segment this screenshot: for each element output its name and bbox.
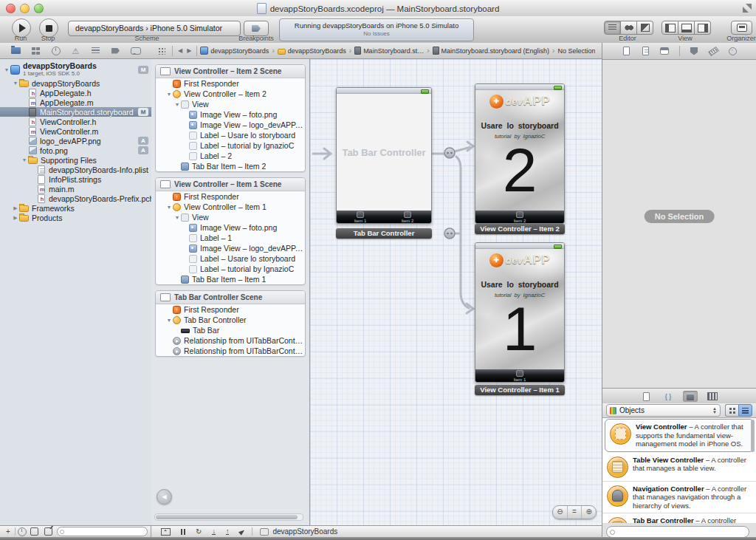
code-snippet-library-icon[interactable]: { } <box>661 391 676 402</box>
file-row[interactable]: AppDelegate.h <box>0 88 151 98</box>
pause-button[interactable] <box>181 529 185 535</box>
breadcrumb-item[interactable]: MainStoryboard.st… <box>354 47 424 55</box>
step-out-button[interactable]: ↑ <box>226 528 230 535</box>
library-item-table-view-controller[interactable]: Table View Controller – A controller tha… <box>602 453 756 482</box>
scm-status-icon[interactable] <box>30 527 38 536</box>
disclosure-triangle[interactable]: ▼ <box>165 92 173 97</box>
view-controller-item-1-caption[interactable]: View Controller – Item 1 <box>475 385 565 395</box>
object-library-icon[interactable] <box>683 391 698 402</box>
step-into-button[interactable]: ↓ <box>212 528 216 535</box>
file-row[interactable]: ▶Products <box>0 213 151 222</box>
document-proxy-icon[interactable] <box>257 3 267 14</box>
connections-inspector-icon[interactable] <box>728 47 738 56</box>
storyboard-canvas[interactable]: Tab Bar Controller Item 1 Item 2 Tab Bar… <box>310 59 602 525</box>
navigator-filter-field[interactable] <box>57 527 148 536</box>
outline-row[interactable]: Label – Usare lo storyboard <box>156 130 305 140</box>
disclosure-triangle[interactable]: ▼ <box>21 157 28 163</box>
add-button[interactable]: + <box>6 527 10 537</box>
library-list-view-button[interactable] <box>738 404 752 417</box>
outline-row[interactable]: Relationship from UITabBarController… <box>156 346 305 356</box>
outline-row[interactable]: ▼Tab Bar Controller <box>156 315 305 325</box>
outline-row[interactable]: Tab Bar <box>156 325 305 335</box>
outline-scrollbar[interactable] <box>154 513 303 521</box>
outline-row[interactable]: First Responder <box>156 78 305 89</box>
file-row[interactable]: ViewController.m <box>0 126 151 136</box>
tab-item[interactable]: Item 1 <box>514 370 526 382</box>
disclosure-triangle[interactable]: ▶ <box>12 215 19 221</box>
tab-item-1[interactable]: Item 1 <box>354 211 367 223</box>
symbol-navigator-icon[interactable] <box>31 47 41 55</box>
navigator-toggle-button[interactable] <box>662 21 678 35</box>
step-over-button[interactable]: ↻ <box>196 527 202 536</box>
outline-row[interactable]: ▼View Controller – Item 1 <box>156 202 305 212</box>
tab-bar[interactable]: Item 1 <box>475 369 564 382</box>
breakpoints-button[interactable] <box>244 21 269 36</box>
disclosure-triangle[interactable]: ▼ <box>3 67 10 72</box>
outline-row[interactable]: First Responder <box>156 191 305 202</box>
outline-row[interactable]: ▼View <box>156 99 305 109</box>
outline-row[interactable]: Label – 2 <box>156 151 305 161</box>
file-template-library-icon[interactable] <box>639 391 653 402</box>
disclosure-triangle[interactable]: ▼ <box>165 205 173 210</box>
file-row[interactable]: ▼devappStoryBoards <box>0 78 151 88</box>
disclosure-triangle[interactable]: ▼ <box>173 215 181 220</box>
outline-row[interactable]: ▼View <box>156 212 305 222</box>
version-editor-button[interactable] <box>637 21 653 35</box>
outline-row[interactable]: Image View – foto.png <box>156 222 305 233</box>
file-row[interactable]: AppDelegate.m <box>0 98 151 107</box>
file-row[interactable]: foto.pngA <box>0 146 151 155</box>
forward-button[interactable]: ▶ <box>187 47 191 54</box>
utilities-toggle-button[interactable] <box>695 21 711 35</box>
assistant-editor-button[interactable] <box>621 21 637 35</box>
outline-row[interactable]: Relationship from UITabBarController… <box>156 335 305 346</box>
issue-navigator-icon[interactable]: ⚠ <box>71 47 81 55</box>
organizer-button[interactable] <box>731 21 752 35</box>
file-row[interactable]: ▶Frameworks <box>0 203 151 213</box>
breakpoint-navigator-icon[interactable] <box>111 47 121 55</box>
search-navigator-icon[interactable] <box>51 47 61 55</box>
file-row[interactable]: ▼Supporting Files <box>0 155 151 165</box>
unsaved-files-icon[interactable] <box>44 527 52 536</box>
outline-row[interactable]: Image View – logo_devAPP.png <box>156 243 305 253</box>
breadcrumb-item[interactable]: devappStoryBoards <box>278 47 346 55</box>
log-navigator-icon[interactable] <box>131 47 141 55</box>
outline-row[interactable]: Label – Usare lo storyboard <box>156 253 305 264</box>
outline-row[interactable]: Label – 1 <box>156 233 305 243</box>
outline-row[interactable]: Tab Bar Item – Item 2 <box>156 161 305 171</box>
file-row[interactable]: ViewController.h <box>0 117 151 126</box>
library-item-view-controller[interactable]: View Controller – A controller that supp… <box>605 419 754 452</box>
media-library-icon[interactable] <box>705 391 720 402</box>
scheme-selector[interactable]: devappStoryBoards › iPhone 5.0 Simulator <box>68 21 241 36</box>
library-item-navigation-controller[interactable]: Navigation Controller – A controller tha… <box>602 482 756 514</box>
library-search-field[interactable] <box>606 526 749 538</box>
view-controller-item-2-scene[interactable]: devAPP Usare lo storyboard tutorial by I… <box>475 83 565 224</box>
breadcrumb-item[interactable]: devappStoryBoards <box>200 47 269 55</box>
outline-collapse-button[interactable]: ◀ <box>157 489 172 505</box>
recent-files-icon[interactable] <box>17 527 27 536</box>
window-resize-icon[interactable] <box>743 4 752 13</box>
title-bar[interactable]: devappStoryBoards.xcodeproj — MainStoryb… <box>0 0 756 17</box>
tab-bar[interactable]: Item 2 <box>475 211 564 223</box>
simulate-location-button[interactable] <box>239 530 245 534</box>
scene-header[interactable]: Tab Bar Controller Scene <box>156 291 305 304</box>
file-row[interactable]: InfoPlist.strings <box>0 174 151 184</box>
breadcrumb-item[interactable]: MainStoryboard.storyboard (English) <box>433 47 550 55</box>
debug-area-toggle-button[interactable] <box>678 21 695 35</box>
tab-bar[interactable]: Item 1 Item 2 <box>337 211 431 223</box>
disclosure-triangle[interactable]: ▶ <box>12 205 19 211</box>
related-items-icon[interactable] <box>158 47 165 55</box>
file-inspector-icon[interactable] <box>622 47 631 56</box>
project-root-row[interactable]: ▼devappStoryBoards1 target, iOS SDK 5.0M <box>0 61 151 78</box>
disclosure-triangle[interactable]: ▼ <box>173 102 181 107</box>
quick-help-inspector-icon[interactable] <box>641 47 650 56</box>
breadcrumb-item[interactable]: No Selection <box>557 47 595 55</box>
outline-row[interactable]: Label – tutorial by IgnazioC <box>156 140 305 151</box>
scene-header[interactable]: View Controller – Item 1 Scene <box>156 178 305 191</box>
outline-row[interactable]: Image View – logo_devAPP.png <box>156 120 305 130</box>
library-grid-view-button[interactable] <box>725 404 738 417</box>
standard-editor-button[interactable] <box>604 21 621 35</box>
disclosure-triangle[interactable]: ▼ <box>12 81 19 86</box>
view-controller-item-2-caption[interactable]: View Controller – Item 2 <box>475 224 565 234</box>
zoom-reset-button[interactable]: = <box>567 506 582 519</box>
file-row[interactable]: MainStoryboard.storyboardM <box>0 107 151 117</box>
